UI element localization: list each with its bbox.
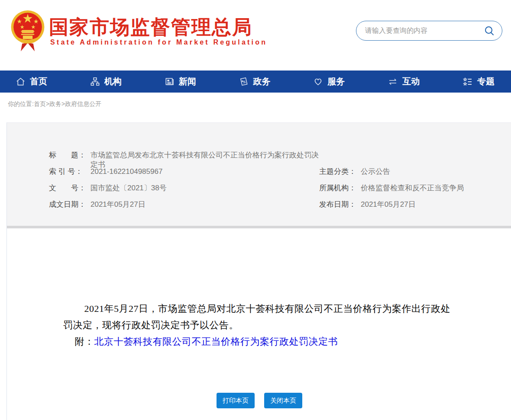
- nav-item-org[interactable]: 机构: [90, 76, 122, 87]
- newspaper-icon: [165, 77, 175, 87]
- meta-title-label: 标 题：: [49, 151, 91, 160]
- meta-category-value: 公示公告: [361, 167, 390, 176]
- nav-item-service[interactable]: 服务: [313, 76, 345, 87]
- meta-category-label: 主题分类：: [319, 167, 361, 176]
- meta-index-label: 索 引 号：: [49, 167, 91, 176]
- attachment-line: 附：北京十荟科技有限公司不正当价格行为案行政处罚决定书: [63, 333, 456, 350]
- main-nav: 首页 机构 新闻 政务 服务 互动: [0, 71, 511, 93]
- national-emblem-logo: [10, 10, 45, 53]
- home-icon: [16, 77, 26, 87]
- nav-label: 新闻: [179, 76, 196, 87]
- heart-icon: [313, 77, 323, 87]
- meta-row-docnumber: 文 号： 国市监处〔2021〕38号: [49, 183, 319, 200]
- site-title: 国家市场监督管理总局: [49, 14, 252, 40]
- search-input[interactable]: [365, 27, 483, 35]
- content-container: 标 题： 市场监管总局发布北京十荟科技有限公司不正当价格行为案行政处罚决定书 索…: [6, 122, 511, 420]
- search-box: [356, 21, 502, 41]
- attachment-prefix: 附：: [74, 336, 94, 347]
- meta-row-pubdate: 发布日期： 2021年05月27日: [319, 200, 511, 216]
- meta-docnumber-label: 文 号：: [49, 183, 91, 193]
- nav-item-topics[interactable]: 专题: [462, 76, 495, 87]
- nav-label: 互动: [402, 76, 420, 87]
- print-page-button[interactable]: 打印本页: [217, 393, 255, 408]
- breadcrumb-bar: 你的位置:首页>政务>政府信息公开: [0, 93, 511, 122]
- meta-agency-label: 所属机构：: [319, 183, 361, 193]
- nav-label: 机构: [104, 76, 122, 87]
- nav-label: 服务: [327, 76, 345, 87]
- document-meta-panel: 标 题： 市场监管总局发布北京十荟科技有限公司不正当价格行为案行政处罚决定书 索…: [7, 122, 511, 226]
- nav-label: 政务: [253, 76, 270, 87]
- site-header: 国家市场监督管理总局 State Administration for Mark…: [0, 0, 511, 71]
- meta-docnumber-value: 国市监处〔2021〕38号: [91, 183, 167, 193]
- meta-writtendate-value: 2021年05月27日: [91, 200, 146, 209]
- meta-row-agency: 所属机构： 价格监督检查和反不正当竞争局: [319, 183, 511, 200]
- article-paragraph: 2021年5月27日，市场监管总局对北京十荟科技有限公司不正当价格行为案作出行政…: [63, 301, 456, 333]
- meta-writtendate-label: 成文日期：: [49, 200, 91, 209]
- site-subtitle: State Administration for Market Regulati…: [50, 38, 267, 46]
- meta-row-category: 主题分类： 公示公告: [319, 167, 511, 183]
- interact-arrows-icon: [388, 77, 398, 87]
- meta-row-writtendate: 成文日期： 2021年05月27日: [49, 200, 319, 216]
- meta-index-value: 2021-1622104985967: [91, 167, 162, 176]
- starred-list-icon: [462, 77, 473, 87]
- org-chart-icon: [90, 77, 100, 87]
- article-body: 2021年5月27日，市场监管总局对北京十荟科技有限公司不正当价格行为案作出行政…: [7, 228, 511, 408]
- meta-agency-value: 价格监督检查和反不正当竞争局: [361, 183, 464, 193]
- search-button[interactable]: [483, 24, 496, 37]
- close-page-button[interactable]: 关闭本页: [264, 393, 302, 408]
- nav-label: 首页: [30, 76, 47, 87]
- meta-pubdate-label: 发布日期：: [319, 200, 361, 209]
- breadcrumb[interactable]: 你的位置:首页>政务>政府信息公开: [8, 100, 101, 107]
- nav-item-home[interactable]: 首页: [16, 76, 47, 87]
- meta-left-column: 标 题： 市场监管总局发布北京十荟科技有限公司不正当价格行为案行政处罚决定书 索…: [7, 151, 319, 226]
- nav-item-gov[interactable]: 政务: [239, 76, 270, 87]
- nav-item-interact[interactable]: 互动: [388, 76, 420, 87]
- search-icon: [484, 25, 495, 36]
- attachment-link[interactable]: 北京十荟科技有限公司不正当价格行为案行政处罚决定书: [94, 336, 338, 347]
- gov-affairs-icon: [239, 77, 249, 87]
- page-actions: 打印本页 关闭本页: [63, 393, 456, 408]
- nav-item-news[interactable]: 新闻: [165, 76, 196, 87]
- meta-row-title: 标 题： 市场监管总局发布北京十荟科技有限公司不正当价格行为案行政处罚决定书: [49, 151, 319, 167]
- nav-label: 专题: [477, 76, 495, 87]
- meta-right-column: 主题分类： 公示公告 所属机构： 价格监督检查和反不正当竞争局 发布日期： 20…: [319, 151, 511, 226]
- meta-pubdate-value: 2021年05月27日: [361, 200, 416, 209]
